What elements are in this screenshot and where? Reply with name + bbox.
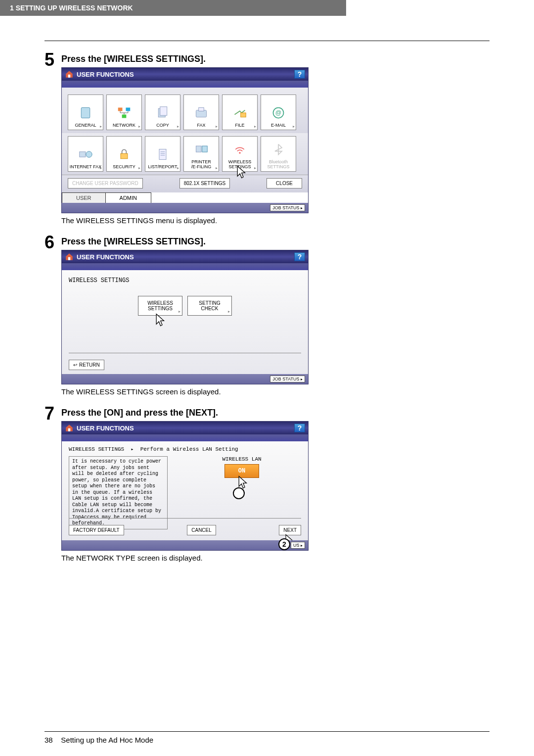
return-button[interactable]: ↩ RETURN [69,360,104,370]
bluetooth-icon [270,142,286,156]
wireless-settings-button[interactable]: WIRELESS SETTINGS ▸ [138,296,182,316]
panel-titlebar: USER FUNCTIONS ? [62,422,308,434]
list-icon [155,147,171,161]
statusbar: 2 US ▸ [62,540,308,550]
return-icon: ↩ [73,362,77,368]
step-number: 7 [44,405,61,569]
us-indicator: US ▸ [291,542,305,549]
step-caption: The NETWORK TYPE screen is displayed. [61,554,490,562]
help-button[interactable]: ? [294,252,305,261]
page-footer: 38 Setting up the Ad Hoc Mode [44,731,490,744]
8021x-button[interactable]: 802.1X SETTINGS [179,178,230,189]
svg-rect-9 [241,113,246,117]
callout-badge-1: 1 [233,487,245,499]
help-button[interactable]: ? [294,424,305,432]
chevron-icon: ▸ [216,124,218,129]
chevron-icon: ▸ [254,166,256,170]
fax-icon [193,106,209,120]
security-button[interactable]: SECURITY▸ [106,136,142,172]
chevron-right-icon: ▸ [131,447,134,452]
chevron-icon: ▸ [293,124,295,129]
sub-bar [62,81,308,88]
job-status-button[interactable]: JOB STATUS ▸ [270,204,305,211]
cursor-icon [233,165,248,182]
icon-row-2: INTERNET FAX▸ SECURITY▸ LIST/REPORT▸ PRI… [62,133,308,175]
panel-titlebar: USER FUNCTIONS ? [62,250,308,263]
wifi-icon [232,142,248,156]
copy-button[interactable]: COPY▸ [145,94,180,130]
step-title: Press the [WIRELESS SETTINGS]. [61,54,490,64]
chevron-icon: ▸ [138,124,140,129]
setting-check-button[interactable]: SETTING CHECK ▸ [187,296,232,316]
cancel-button[interactable]: CANCEL [187,525,216,535]
step-5: 5 Press the [WIRELESS SETTINGS]. USER FU… [44,51,490,232]
rule [69,353,301,353]
svg-rect-14 [121,153,128,159]
step-caption: The WIRELESS SETTINGS screen is displaye… [61,387,490,396]
svg-rect-8 [199,107,204,111]
panel-title: USER FUNCTIONS [77,71,134,78]
email-icon: @ [270,106,286,120]
chevron-icon: ▸ [100,166,102,170]
step-6: 6 Press the [WIRELESS SETTINGS]. USER FU… [44,234,490,403]
chevron-icon: ▸ [177,166,179,170]
step-title: Press the [WIRELESS SETTINGS]. [61,236,490,247]
callout-badge-2: 2 [278,538,290,550]
step-7: 7 Press the [ON] and press the [NEXT]. U… [44,405,490,569]
chevron-icon: ▸ [254,124,256,129]
wireless-settings-button[interactable]: WIRELESS SETTINGS▸ [222,136,258,172]
chevron-icon: ▸ [228,310,230,314]
panel-title: USER FUNCTIONS [77,253,134,261]
page-number: 38 [44,736,53,744]
footer-title: Setting up the Ad Hoc Mode [61,736,153,744]
chevron-icon: ▸ [178,310,180,314]
internet-fax-button[interactable]: INTERNET FAX▸ [68,136,103,172]
icon-row-1: GENERAL▸ NETWORK▸ COPY▸ FAX▸ FILE▸ @E-MA… [62,88,308,133]
user-functions-panel-3: USER FUNCTIONS ? WIRELESS SETTINGS ▸ Per… [61,421,309,551]
network-icon [116,106,132,120]
svg-rect-19 [196,146,202,152]
job-status-button[interactable]: JOB STATUS ▸ [270,376,305,382]
svg-rect-4 [122,114,127,118]
on-button[interactable]: ON 1 [224,464,259,478]
chevron-icon: ▸ [301,377,303,381]
tab-user[interactable]: USER [62,192,106,203]
chevron-icon: ▸ [301,543,303,548]
svg-rect-0 [68,75,71,78]
wireless-lan-label: WIRELESS LAN [222,456,261,462]
internetfax-icon [78,147,93,161]
step-number: 5 [44,51,61,232]
svg-rect-1 [81,107,90,118]
email-button[interactable]: @E-MAIL▸ [261,94,296,130]
chevron-icon: ▸ [138,166,140,170]
printer-icon [193,142,209,156]
factory-default-button[interactable]: FACTORY DEFAULT [69,525,124,535]
list-report-button[interactable]: LIST/REPORT▸ [145,136,180,172]
svg-rect-3 [126,107,131,111]
home-icon [65,252,74,261]
general-button[interactable]: GENERAL▸ [68,94,103,130]
panel-title: USER FUNCTIONS [77,425,134,432]
help-button[interactable]: ? [294,70,305,79]
network-button[interactable]: NETWORK▸ [106,94,142,130]
printer-efiling-button[interactable]: PRINTER /E-FILING▸ [183,136,219,172]
close-button[interactable]: CLOSE [267,178,302,189]
tab-admin[interactable]: ADMIN [105,192,151,203]
file-button[interactable]: FILE▸ [222,94,258,130]
svg-rect-22 [68,257,71,260]
svg-rect-12 [80,151,86,157]
svg-rect-23 [68,428,71,431]
bluetooth-settings-button: Bluetooth SETTINGS [261,136,296,172]
change-password-button: CHANGE USER PASSWORD [68,178,143,189]
next-button[interactable]: NEXT [279,525,301,535]
step-caption: The WIRELESS SETTINGS menu is displayed. [61,216,490,225]
user-functions-panel-2: USER FUNCTIONS ? WIRELESS SETTINGS WIREL… [61,250,309,384]
svg-point-13 [86,151,92,157]
svg-rect-2 [118,107,123,111]
chevron-icon: ▸ [301,206,303,210]
general-icon [78,106,93,120]
fax-button[interactable]: FAX▸ [183,94,219,130]
file-icon [232,106,248,120]
rule [69,518,301,519]
sub-bar [62,434,308,441]
